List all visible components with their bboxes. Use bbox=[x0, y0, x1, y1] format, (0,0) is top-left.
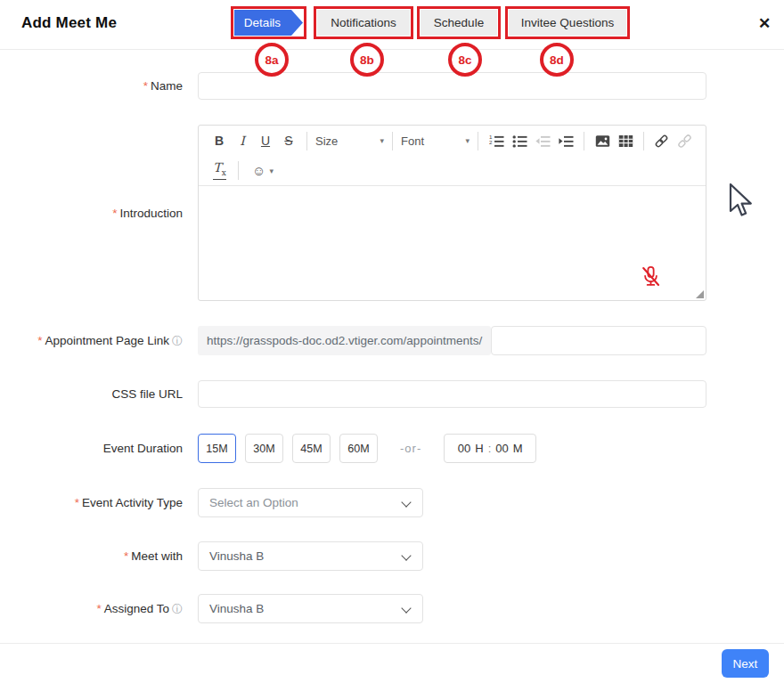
css-file-url-input[interactable] bbox=[198, 380, 706, 408]
toolbar-separator bbox=[392, 132, 393, 150]
tab-notifications[interactable]: Notifications bbox=[317, 10, 410, 36]
decrease-indent-button[interactable] bbox=[531, 129, 554, 152]
chevron-down-icon bbox=[401, 603, 411, 613]
meet-with-select[interactable]: Vinusha B bbox=[198, 541, 423, 571]
strikethrough-button[interactable]: S bbox=[277, 129, 300, 152]
annotation-box-8d: Invitee Questions bbox=[505, 6, 630, 39]
required-asterisk: * bbox=[96, 602, 101, 615]
duration-45m-button[interactable]: 45M bbox=[292, 434, 331, 463]
annotation-box-8c: Schedule bbox=[417, 6, 501, 39]
svg-text:2: 2 bbox=[489, 139, 493, 145]
duration-30m-button[interactable]: 30M bbox=[245, 434, 283, 463]
meet-with-label: *Meet with bbox=[0, 541, 183, 571]
annotation-box-8b: Notifications bbox=[314, 6, 413, 39]
caret-down-icon: ▾ bbox=[466, 136, 470, 145]
assigned-to-select[interactable]: Vinusha B bbox=[198, 594, 423, 623]
event-activity-type-value: Select an Option bbox=[209, 496, 298, 509]
numbered-list-button[interactable]: 12 bbox=[485, 129, 508, 152]
required-asterisk: * bbox=[112, 207, 117, 220]
remove-format-icon: Tx bbox=[213, 161, 225, 180]
required-asterisk: * bbox=[143, 79, 148, 93]
duration-60m-button[interactable]: 60M bbox=[339, 434, 378, 463]
editor-toolbar-row-2: Tx ☺ ▾ bbox=[199, 156, 706, 186]
appointment-link-input[interactable] bbox=[491, 326, 706, 355]
event-duration-label: Event Duration bbox=[0, 434, 183, 463]
annotation-circle-8a: 8a bbox=[255, 43, 289, 77]
link-icon bbox=[654, 134, 669, 149]
info-icon: ⓘ bbox=[172, 603, 183, 615]
time-separator: : bbox=[488, 442, 492, 455]
unlink-button[interactable] bbox=[674, 129, 697, 152]
annotation-circle-8b: 8b bbox=[350, 43, 384, 77]
required-asterisk: * bbox=[37, 334, 42, 347]
font-dropdown-label: Font bbox=[401, 134, 424, 148]
toolbar-separator bbox=[238, 161, 239, 180]
or-text: -or- bbox=[400, 442, 421, 455]
emoji-icon: ☺ bbox=[252, 163, 265, 178]
remove-format-button[interactable]: Tx bbox=[208, 159, 232, 183]
emoji-button[interactable]: ☺ ▾ bbox=[245, 159, 281, 183]
editor-toolbar-row-1: B I U S Size ▾ Font ▾ 12 bbox=[199, 126, 706, 156]
size-dropdown[interactable]: Size ▾ bbox=[314, 129, 386, 152]
name-label: *Name bbox=[0, 72, 183, 100]
required-asterisk: * bbox=[75, 496, 79, 509]
event-activity-type-label: *Event Activity Type bbox=[0, 488, 183, 517]
outdent-icon bbox=[535, 134, 551, 149]
editor-resize-handle[interactable] bbox=[696, 290, 704, 298]
tab-notifications-label: Notifications bbox=[331, 16, 396, 29]
required-asterisk: * bbox=[124, 549, 128, 563]
assigned-to-value: Vinusha B bbox=[209, 602, 264, 615]
annotation-box-8a: Details bbox=[231, 6, 306, 39]
hours-unit: H bbox=[475, 442, 483, 455]
event-activity-type-select[interactable]: Select an Option bbox=[198, 488, 423, 517]
annotation-circle-8c: 8c bbox=[448, 43, 482, 77]
unlink-icon bbox=[677, 134, 692, 149]
tab-invitee-questions[interactable]: Invitee Questions bbox=[509, 10, 626, 36]
duration-15m-button[interactable]: 15M bbox=[198, 434, 236, 463]
minutes-unit: M bbox=[513, 442, 523, 455]
next-button[interactable]: Next bbox=[722, 649, 769, 678]
caret-down-icon: ▾ bbox=[380, 136, 385, 145]
info-icon: ⓘ bbox=[172, 335, 183, 347]
annotation-circle-8d: 8d bbox=[540, 43, 574, 77]
indent-icon bbox=[559, 134, 574, 149]
size-dropdown-label: Size bbox=[315, 134, 338, 148]
tab-invitee-questions-label: Invitee Questions bbox=[521, 16, 614, 29]
insert-table-button[interactable] bbox=[614, 129, 637, 152]
table-icon bbox=[618, 134, 633, 149]
toolbar-separator bbox=[306, 132, 307, 150]
appointment-page-link-label: *Appointment Page Linkⓘ bbox=[0, 326, 183, 356]
toolbar-separator bbox=[584, 132, 584, 150]
caret-down-icon: ▾ bbox=[269, 167, 274, 175]
meet-with-value: Vinusha B bbox=[209, 549, 264, 563]
header-divider bbox=[0, 49, 784, 50]
appointment-link-prefix: https://grasspods-doc.od2.vtiger.com/app… bbox=[198, 326, 491, 355]
insert-link-button[interactable] bbox=[650, 129, 674, 152]
page-title: Add Meet Me bbox=[21, 14, 117, 32]
font-dropdown[interactable]: Font ▾ bbox=[399, 129, 471, 152]
italic-button[interactable]: I bbox=[231, 129, 254, 152]
mouse-cursor bbox=[729, 183, 754, 218]
custom-hours-input[interactable]: 00 bbox=[458, 442, 470, 455]
introduction-editor: B I U S Size ▾ Font ▾ 12 bbox=[198, 125, 706, 301]
footer-divider bbox=[0, 643, 784, 644]
bold-button[interactable]: B bbox=[208, 129, 231, 152]
bulleted-list-button[interactable] bbox=[508, 129, 531, 152]
close-icon[interactable]: ✕ bbox=[754, 12, 775, 34]
chevron-down-icon bbox=[401, 497, 411, 507]
add-meet-me-modal: Add Meet Me Details Notifications Schedu… bbox=[0, 0, 784, 683]
introduction-editor-content[interactable] bbox=[199, 186, 706, 300]
mic-off-icon[interactable] bbox=[639, 264, 663, 289]
chevron-down-icon bbox=[401, 550, 411, 560]
custom-minutes-input[interactable]: 00 bbox=[495, 442, 508, 455]
tab-details[interactable]: Details bbox=[234, 10, 303, 36]
numbered-list-icon: 12 bbox=[489, 134, 504, 149]
insert-image-button[interactable] bbox=[591, 129, 614, 152]
css-file-url-label: CSS file URL bbox=[0, 380, 183, 408]
toolbar-separator bbox=[643, 132, 644, 150]
underline-button[interactable]: U bbox=[254, 129, 277, 152]
tab-schedule[interactable]: Schedule bbox=[421, 10, 497, 36]
increase-indent-button[interactable] bbox=[554, 129, 577, 152]
assigned-to-label: *Assigned Toⓘ bbox=[0, 594, 183, 624]
image-icon bbox=[595, 134, 610, 149]
